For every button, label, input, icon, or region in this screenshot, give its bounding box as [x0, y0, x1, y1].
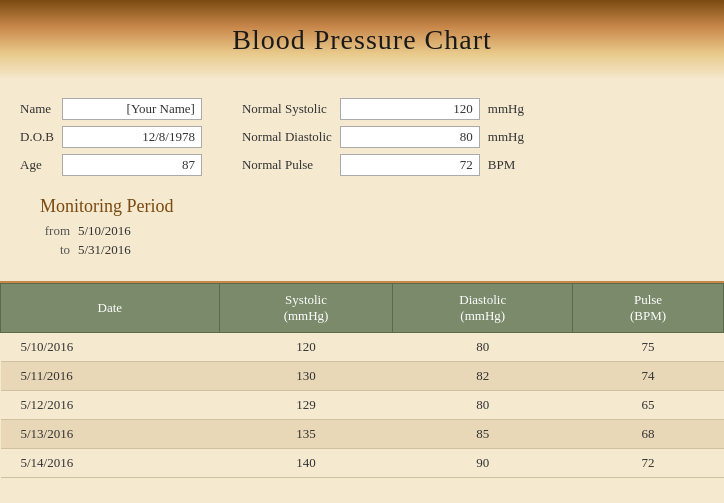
- table-row: 5/12/2016 129 80 65: [1, 391, 724, 420]
- systolic-unit: mmHg: [488, 101, 524, 117]
- diastolic-unit: mmHg: [488, 129, 524, 145]
- monitoring-section: Monitoring Period from 5/10/2016 to 5/31…: [0, 186, 724, 277]
- cell-pulse: 75: [573, 333, 724, 362]
- cell-pulse: 74: [573, 362, 724, 391]
- col-systolic: Systolic(mmHg): [219, 284, 393, 333]
- pulse-unit: BPM: [488, 157, 524, 173]
- table-header: Date Systolic(mmHg) Diastolic(mmHg) Puls…: [1, 284, 724, 333]
- cell-date: 5/11/2016: [1, 362, 220, 391]
- cell-systolic: 120: [219, 333, 393, 362]
- monitoring-title: Monitoring Period: [40, 196, 704, 217]
- cell-diastolic: 80: [393, 333, 573, 362]
- table-row: 5/13/2016 135 85 68: [1, 420, 724, 449]
- cell-pulse: 65: [573, 391, 724, 420]
- cell-date: 5/14/2016: [1, 449, 220, 478]
- cell-pulse: 72: [573, 449, 724, 478]
- cell-systolic: 129: [219, 391, 393, 420]
- normal-diastolic-label: Normal Diastolic: [242, 129, 332, 145]
- data-table-section: Date Systolic(mmHg) Diastolic(mmHg) Puls…: [0, 283, 724, 478]
- cell-date: 5/13/2016: [1, 420, 220, 449]
- header-banner: Blood Pressure Chart: [0, 0, 724, 80]
- from-row: from 5/10/2016: [40, 223, 704, 239]
- cell-pulse: 68: [573, 420, 724, 449]
- normal-pulse-label: Normal Pulse: [242, 157, 332, 173]
- age-label: Age: [20, 157, 54, 173]
- table-body: 5/10/2016 120 80 75 5/11/2016 130 82 74 …: [1, 333, 724, 478]
- col-diastolic: Diastolic(mmHg): [393, 284, 573, 333]
- normal-pulse-input[interactable]: [340, 154, 480, 176]
- from-label: from: [40, 223, 70, 239]
- col-pulse: Pulse(BPM): [573, 284, 724, 333]
- to-label: to: [40, 242, 70, 258]
- table-row: 5/10/2016 120 80 75: [1, 333, 724, 362]
- cell-systolic: 140: [219, 449, 393, 478]
- normal-systolic-input[interactable]: [340, 98, 480, 120]
- name-input[interactable]: [62, 98, 202, 120]
- dob-input[interactable]: [62, 126, 202, 148]
- normal-systolic-label: Normal Systolic: [242, 101, 332, 117]
- cell-date: 5/10/2016: [1, 333, 220, 362]
- table-row: 5/14/2016 140 90 72: [1, 449, 724, 478]
- normal-diastolic-input[interactable]: [340, 126, 480, 148]
- col-date: Date: [1, 284, 220, 333]
- age-input[interactable]: [62, 154, 202, 176]
- cell-systolic: 135: [219, 420, 393, 449]
- bp-table: Date Systolic(mmHg) Diastolic(mmHg) Puls…: [0, 283, 724, 478]
- dob-label: D.O.B: [20, 129, 54, 145]
- cell-diastolic: 85: [393, 420, 573, 449]
- normal-values: Normal Systolic mmHg Normal Diastolic mm…: [242, 98, 524, 176]
- cell-diastolic: 82: [393, 362, 573, 391]
- cell-diastolic: 90: [393, 449, 573, 478]
- info-grid: Name D.O.B Age Normal Systolic mmHg Norm…: [20, 98, 704, 176]
- to-value: 5/31/2016: [78, 242, 131, 258]
- cell-date: 5/12/2016: [1, 391, 220, 420]
- info-section: Name D.O.B Age Normal Systolic mmHg Norm…: [0, 80, 724, 186]
- to-row: to 5/31/2016: [40, 242, 704, 258]
- name-label: Name: [20, 101, 54, 117]
- cell-diastolic: 80: [393, 391, 573, 420]
- table-row: 5/11/2016 130 82 74: [1, 362, 724, 391]
- personal-info: Name D.O.B Age: [20, 98, 202, 176]
- from-value: 5/10/2016: [78, 223, 131, 239]
- page-title: Blood Pressure Chart: [232, 24, 492, 56]
- cell-systolic: 130: [219, 362, 393, 391]
